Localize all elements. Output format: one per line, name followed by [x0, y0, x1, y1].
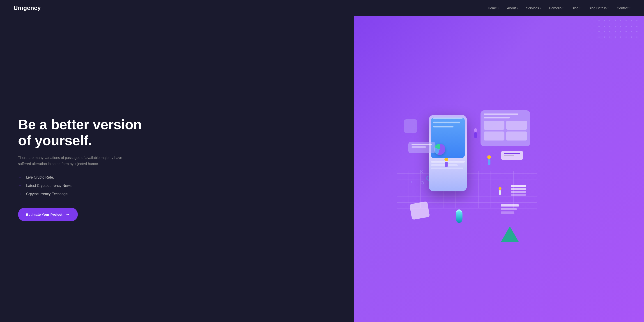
screen-bar-3 — [433, 126, 454, 128]
chevron-icon: ▾ — [498, 7, 499, 9]
person-body-4 — [499, 190, 501, 195]
nav-item-about[interactable]: About ▾ — [507, 6, 518, 10]
paper-2 — [500, 208, 516, 210]
nav-item-services[interactable]: Services ▾ — [526, 6, 541, 10]
feature-item-3: → Crpytocurrency Exchange. — [18, 192, 336, 196]
nav-item-contact[interactable]: Contact ▾ — [617, 6, 630, 10]
chevron-icon: ▾ — [579, 7, 580, 9]
hero-left: Be a better version of yourself. There a… — [0, 16, 354, 322]
doc-2 — [511, 188, 526, 190]
float-card-1 — [408, 142, 436, 153]
paper-1 — [500, 204, 519, 206]
nav-link-about[interactable]: About ▾ — [507, 6, 518, 10]
card-accent-bar — [504, 153, 520, 154]
monitor-bar-1 — [484, 114, 518, 115]
phone-screen — [431, 118, 465, 158]
doc-stack — [511, 185, 526, 196]
cta-button[interactable]: Estimate Your Project → — [18, 208, 78, 221]
person-body-2 — [445, 162, 448, 167]
person-head-4 — [498, 187, 502, 190]
nav-link-home[interactable]: Home ▾ — [488, 6, 499, 10]
hero-features: → Live Crypto Rate. → Latest Cryptocurre… — [18, 175, 336, 196]
hero-title: Be a better version of yourself. — [18, 116, 336, 149]
arrow-icon-1: → — [18, 175, 22, 180]
person-body-1 — [474, 132, 477, 138]
navbar: Unigency Home ▾ About ▾ Services ▾ Portf… — [0, 0, 644, 16]
chevron-icon: ▾ — [540, 7, 541, 9]
person-head-2 — [444, 158, 448, 161]
phone-bar-6 — [431, 167, 464, 169]
phone-illustration — [429, 115, 467, 191]
arrow-icon-2: → — [18, 183, 22, 188]
person-figure-3 — [487, 155, 491, 165]
cylinder-decoration — [456, 209, 462, 223]
chevron-icon: ▾ — [562, 7, 564, 9]
nav-item-blog-details[interactable]: Blog Details ▾ — [588, 6, 608, 10]
feature-item-1: → Live Crypto Rate. — [18, 175, 336, 180]
monitor-block-1 — [484, 121, 504, 130]
plus-decoration-2: + — [410, 180, 413, 184]
card-bar — [412, 144, 432, 145]
screen-bar-2 — [433, 122, 460, 123]
cta-label: Estimate Your Project — [26, 213, 62, 216]
nav-item-blog[interactable]: Blog ▾ — [572, 6, 580, 10]
cta-arrow-icon: → — [66, 212, 70, 217]
chevron-icon: ▾ — [608, 7, 608, 9]
arrow-icon-3: → — [18, 192, 22, 196]
monitor-block-2 — [506, 121, 527, 130]
nav-link-blog[interactable]: Blog ▾ — [572, 6, 580, 10]
monitor-bar-2 — [484, 117, 510, 119]
pie-chart — [434, 144, 445, 155]
feature-item-2: → Latest Cryptocurrency News. — [18, 183, 336, 188]
doc-4 — [511, 194, 526, 196]
nav-item-portfolio[interactable]: Portfolio ▾ — [549, 6, 564, 10]
chevron-icon: ▾ — [629, 7, 630, 9]
float-card-2 — [501, 151, 523, 160]
chevron-icon: ▾ — [517, 7, 518, 9]
nav-item-home[interactable]: Home ▾ — [488, 6, 499, 10]
logo[interactable]: Unigency — [14, 4, 41, 11]
person-figure-2 — [444, 158, 448, 167]
hero-subtitle: There are many variations of passages of… — [18, 155, 135, 167]
ring-decoration-2 — [421, 181, 424, 184]
logo-part1: Uni — [14, 4, 23, 11]
papers-stack — [501, 204, 519, 214]
doc-3 — [511, 191, 526, 193]
person-head-1 — [474, 128, 477, 132]
puzzle-decoration — [409, 201, 430, 220]
deco-square — [404, 119, 418, 133]
monitor-inner — [484, 121, 527, 141]
nav-links: Home ▾ About ▾ Services ▾ Portfolio ▾ Bl — [488, 6, 630, 10]
paper-3 — [500, 211, 514, 214]
monitor-block-4 — [506, 132, 527, 141]
person-figure-1 — [474, 128, 477, 138]
person-head-3 — [487, 155, 491, 159]
doc-1 — [511, 185, 526, 187]
green-triangle-decoration — [501, 226, 519, 242]
monitor-illustration — [480, 110, 530, 146]
monitor-block-3 — [484, 132, 504, 141]
person-body-3 — [488, 160, 490, 165]
logo-part2: gency — [23, 4, 41, 11]
plus-decoration: ✕ — [420, 169, 424, 175]
dot-grid-decoration: document.currentScript.insertAdjacentHTM… — [598, 20, 640, 40]
card-bar-2 — [412, 146, 426, 148]
screen-bar-1 — [433, 118, 462, 119]
nav-link-services[interactable]: Services ▾ — [526, 6, 541, 10]
nav-link-blog-details[interactable]: Blog Details ▾ — [588, 6, 608, 10]
nav-link-contact[interactable]: Contact ▾ — [617, 6, 630, 10]
hero-section: Be a better version of yourself. There a… — [0, 16, 644, 322]
nav-link-portfolio[interactable]: Portfolio ▾ — [549, 6, 564, 10]
iso-scene: ✕ + — [397, 106, 537, 241]
person-figure-4 — [498, 187, 502, 195]
card-bar-3 — [504, 155, 514, 156]
